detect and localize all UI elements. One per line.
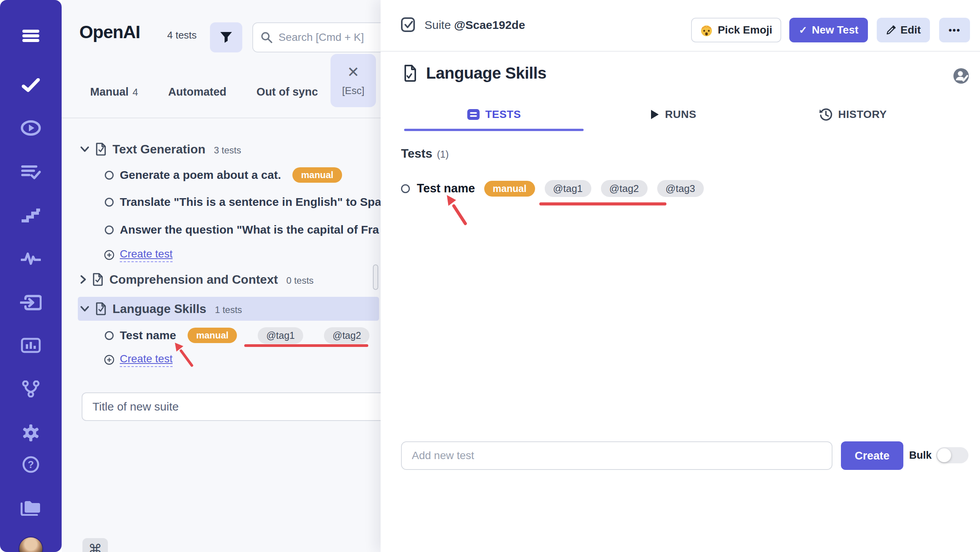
edit-button[interactable]: Edit bbox=[877, 18, 930, 42]
test-bullet-icon bbox=[105, 331, 114, 340]
stairs-icon[interactable] bbox=[19, 204, 42, 227]
suite-doc-icon bbox=[96, 143, 106, 156]
esc-hint: [Esc] bbox=[342, 85, 364, 97]
plus-circle-icon bbox=[104, 250, 114, 260]
add-test-box bbox=[401, 441, 832, 470]
suite-doc-icon bbox=[92, 273, 103, 286]
tab-tests[interactable]: TESTS bbox=[404, 103, 584, 126]
new-test-button[interactable]: ✓ New Test bbox=[789, 18, 868, 42]
drawer-tabs: Manual 4 Automated Out of sync bbox=[90, 86, 318, 98]
tag-pill[interactable]: @tag2 bbox=[324, 327, 369, 344]
app-title: OpenAI bbox=[79, 22, 140, 42]
tab-runs[interactable]: RUNS bbox=[584, 103, 763, 126]
total-tests-count: 4 tests bbox=[167, 29, 197, 41]
exploding-head-emoji bbox=[700, 24, 713, 37]
sign-in-icon[interactable] bbox=[19, 291, 42, 314]
git-branch-icon[interactable] bbox=[19, 377, 42, 401]
test-row-translate[interactable]: Translate "This is a sentence in English… bbox=[105, 190, 381, 214]
suite-row-comprehension[interactable]: Comprehension and Context 0 tests bbox=[80, 268, 314, 291]
pick-emoji-button[interactable]: Pick Emoji bbox=[691, 18, 781, 42]
tests-count: (1) bbox=[437, 149, 449, 160]
manual-badge: manual bbox=[292, 167, 342, 183]
chevron-right-icon[interactable] bbox=[80, 275, 86, 284]
tab-manual-count: 4 bbox=[133, 86, 138, 98]
search-icon bbox=[261, 32, 272, 43]
test-row-poem[interactable]: Generate a poem about a cat. manual bbox=[105, 163, 342, 187]
test-row-test-name[interactable]: Test name manual @tag1 @tag2 @tag3 bbox=[105, 324, 381, 347]
suite-count: 3 tests bbox=[214, 143, 241, 156]
active-tab-underline bbox=[404, 129, 584, 131]
create-test-link-text-generation[interactable]: Create test bbox=[104, 244, 173, 265]
user-check-icon[interactable] bbox=[953, 68, 969, 84]
manual-badge: manual bbox=[188, 328, 237, 343]
bulk-label: Bulk bbox=[909, 449, 932, 461]
test-bullet-icon bbox=[105, 226, 114, 234]
bar-chart-icon[interactable] bbox=[19, 334, 42, 357]
tab-out-of-sync[interactable]: Out of sync bbox=[257, 86, 318, 98]
activity-icon[interactable] bbox=[19, 247, 42, 270]
history-icon bbox=[819, 108, 833, 121]
page-title: Language Skills bbox=[426, 64, 546, 82]
manual-badge: manual bbox=[484, 181, 535, 197]
chevron-down-icon[interactable] bbox=[80, 146, 89, 152]
list-check-icon[interactable] bbox=[19, 160, 42, 183]
suite-count: 0 tests bbox=[286, 273, 314, 286]
add-test-input[interactable] bbox=[412, 449, 822, 462]
app-root: ? OpenAI 4 tests ✕ [Esc] Manual bbox=[0, 0, 980, 552]
tag-pill[interactable]: @tag1 bbox=[545, 180, 591, 197]
suite-count: 1 tests bbox=[215, 302, 242, 315]
close-icon: ✕ bbox=[347, 65, 359, 79]
tag-pill[interactable]: @tag2 bbox=[601, 180, 648, 197]
tab-history[interactable]: HISTORY bbox=[763, 103, 943, 126]
chevron-down-icon[interactable] bbox=[80, 306, 89, 312]
detail-tabs: TESTS RUNS HISTORY bbox=[404, 103, 943, 126]
test-row-test-name[interactable]: Test name manual @tag1 @tag2 @tag3 bbox=[401, 177, 704, 200]
gear-icon[interactable] bbox=[19, 421, 42, 444]
tests-heading: Tests (1) bbox=[401, 146, 449, 161]
menu-icon[interactable] bbox=[19, 24, 42, 47]
folder-icon[interactable] bbox=[19, 496, 42, 519]
tabs-divider bbox=[62, 118, 381, 118]
user-avatar[interactable] bbox=[18, 537, 43, 552]
funnel-icon bbox=[220, 32, 232, 43]
drawer-scrollbar[interactable] bbox=[373, 264, 378, 290]
suite-doc-icon bbox=[404, 64, 417, 82]
suite-doc-icon bbox=[96, 302, 106, 315]
suite-row-language-skills[interactable]: Language Skills 1 tests bbox=[78, 297, 379, 321]
pencil-icon bbox=[886, 25, 896, 35]
annotation-underline-tags-main bbox=[539, 202, 666, 205]
suite-drawer: OpenAI 4 tests ✕ [Esc] Manual 4 Automate… bbox=[62, 0, 381, 552]
tag-pill[interactable]: @tag1 bbox=[258, 327, 303, 344]
play-icon bbox=[650, 109, 659, 120]
plus-circle-icon bbox=[104, 355, 114, 365]
check-icon[interactable] bbox=[19, 74, 42, 97]
suite-detail-panel: Suite @Scae192de Pick Emoji ✓ New Test E… bbox=[381, 0, 980, 552]
search-input[interactable] bbox=[279, 31, 381, 44]
close-drawer-button[interactable]: ✕ [Esc] bbox=[331, 54, 376, 107]
command-key-icon[interactable]: ⌘ bbox=[82, 538, 108, 552]
suite-id-value: @Scae192de bbox=[454, 19, 525, 31]
check-icon: ✓ bbox=[799, 24, 807, 36]
filter-button[interactable] bbox=[210, 22, 242, 52]
suite-row-text-generation[interactable]: Text Generation 3 tests bbox=[80, 137, 241, 161]
tab-manual[interactable]: Manual 4 bbox=[90, 86, 138, 98]
tab-automated[interactable]: Automated bbox=[168, 86, 226, 98]
more-options-button[interactable]: ••• bbox=[939, 18, 970, 42]
ellipsis-icon: ••• bbox=[948, 25, 960, 35]
svg-text:?: ? bbox=[28, 459, 34, 470]
test-bullet-icon bbox=[105, 171, 114, 180]
help-icon[interactable]: ? bbox=[19, 453, 42, 476]
test-row-answer[interactable]: Answer the question "What is the capital… bbox=[105, 218, 379, 241]
toggle-knob bbox=[937, 448, 951, 462]
play-circle-icon[interactable] bbox=[19, 116, 42, 140]
tag-pill[interactable]: @tag3 bbox=[657, 180, 704, 197]
create-test-link-language-skills[interactable]: Create test bbox=[104, 349, 173, 370]
create-button[interactable]: Create bbox=[841, 441, 903, 470]
test-bullet-icon bbox=[401, 184, 410, 193]
icon-rail: ? bbox=[0, 0, 62, 552]
test-bullet-icon bbox=[105, 198, 114, 207]
suite-id: Suite @Scae192de bbox=[425, 19, 525, 32]
new-suite-input[interactable] bbox=[92, 400, 379, 413]
suite-header: Suite @Scae192de Pick Emoji ✓ New Test E… bbox=[381, 0, 980, 52]
bulk-toggle[interactable] bbox=[936, 447, 968, 463]
